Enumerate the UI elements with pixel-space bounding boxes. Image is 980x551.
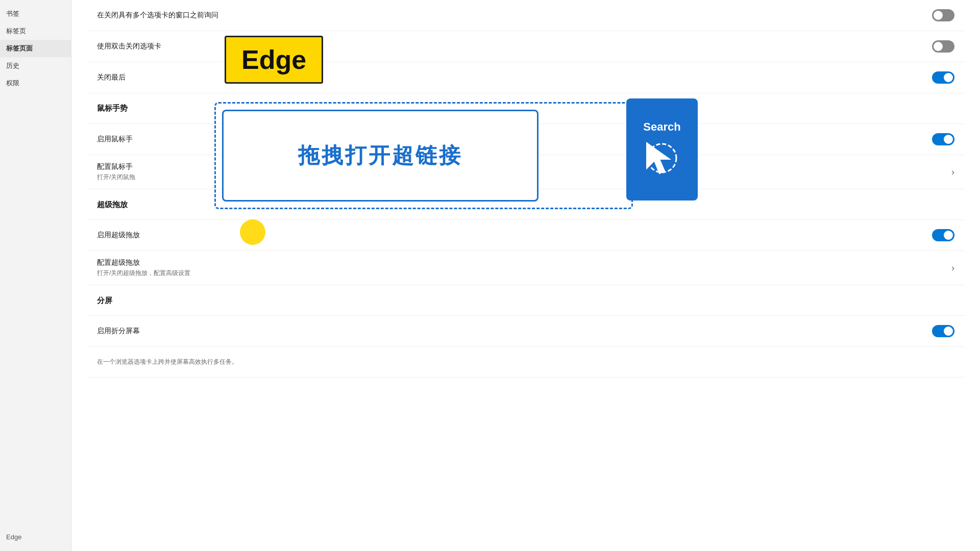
close-last-label: 关闭最后 [97, 73, 932, 82]
double-click-label: 使用双击关闭选项卡 [97, 42, 932, 51]
mouse-gesture-header-label: 鼠标手势 [97, 104, 954, 113]
setting-close-last: 关闭最后 [87, 62, 965, 93]
mouse-gesture-header: 鼠标手势 [87, 93, 965, 124]
toggle-knob-5 [944, 231, 953, 240]
setting-double-click: 使用双击关闭选项卡 [87, 31, 965, 62]
close-confirm-label: 在关闭具有多个选项卡的窗口之前询问 [97, 11, 932, 20]
setting-config-mouse[interactable]: 配置鼠标手 打开/关闭鼠拖 › [87, 155, 965, 189]
config-super-drag-sub: 打开/关闭超级拖放，配置高级设置 [97, 269, 190, 278]
setting-close-confirm: 在关闭具有多个选项卡的窗口之前询问 [87, 0, 965, 31]
config-mouse-label: 配置鼠标手 [97, 162, 135, 171]
config-mouse-sub: 打开/关闭鼠拖 [97, 173, 135, 182]
setting-enable-split: 启用折分屏幕 [87, 316, 965, 347]
toggle-knob-4 [944, 135, 953, 144]
sidebar-item-bookmarks[interactable]: 书签 [0, 5, 71, 22]
super-drag-header: 超级拖放 [87, 189, 965, 220]
double-click-toggle[interactable] [932, 40, 954, 53]
super-drag-header-label: 超级拖放 [97, 200, 954, 210]
config-mouse-chevron: › [951, 167, 954, 178]
close-confirm-toggle[interactable] [932, 9, 954, 21]
enable-split-label: 启用折分屏幕 [97, 327, 932, 336]
setting-enable-mouse: 启用鼠标手 [87, 124, 965, 155]
split-header-label: 分屏 [97, 296, 954, 306]
sidebar-item-tabs[interactable]: 标签页 [0, 22, 71, 40]
setting-split-desc: 在一个浏览器选项卡上跨并使屏幕高效执行多任务。 [87, 347, 965, 378]
sidebar: 书签 标签页 标签页面 历史 权限 Edge [0, 0, 71, 551]
setting-enable-super-drag: 启用超级拖放 [87, 220, 965, 251]
enable-super-drag-label: 启用超级拖放 [97, 231, 932, 240]
split-desc-label: 在一个浏览器选项卡上跨并使屏幕高效执行多任务。 [97, 358, 954, 366]
main-content: 在关闭具有多个选项卡的窗口之前询问 使用双击关闭选项卡 关闭最后 鼠标手势 启用… [71, 0, 980, 551]
sidebar-item-tabpage[interactable]: 标签页面 [0, 40, 71, 57]
toggle-knob [934, 11, 943, 20]
enable-mouse-label: 启用鼠标手 [97, 135, 932, 144]
config-super-drag-chevron: › [951, 263, 954, 273]
enable-split-toggle[interactable] [932, 325, 954, 337]
config-super-drag-label: 配置超级拖放 [97, 258, 190, 267]
setting-config-super-drag[interactable]: 配置超级拖放 打开/关闭超级拖放，配置高级设置 › [87, 251, 965, 285]
toggle-knob-6 [944, 327, 953, 336]
sidebar-item-history[interactable]: 历史 [0, 57, 71, 74]
enable-super-drag-toggle[interactable] [932, 229, 954, 241]
settings-section: 在关闭具有多个选项卡的窗口之前询问 使用双击关闭选项卡 关闭最后 鼠标手势 启用… [87, 0, 965, 378]
close-last-toggle[interactable] [932, 71, 954, 84]
split-screen-header: 分屏 [87, 285, 965, 316]
toggle-knob-2 [934, 42, 943, 51]
sidebar-bottom-label: Edge [6, 533, 21, 541]
enable-mouse-toggle[interactable] [932, 133, 954, 145]
toggle-knob-3 [944, 73, 953, 82]
sidebar-item-permissions[interactable]: 权限 [0, 74, 71, 92]
